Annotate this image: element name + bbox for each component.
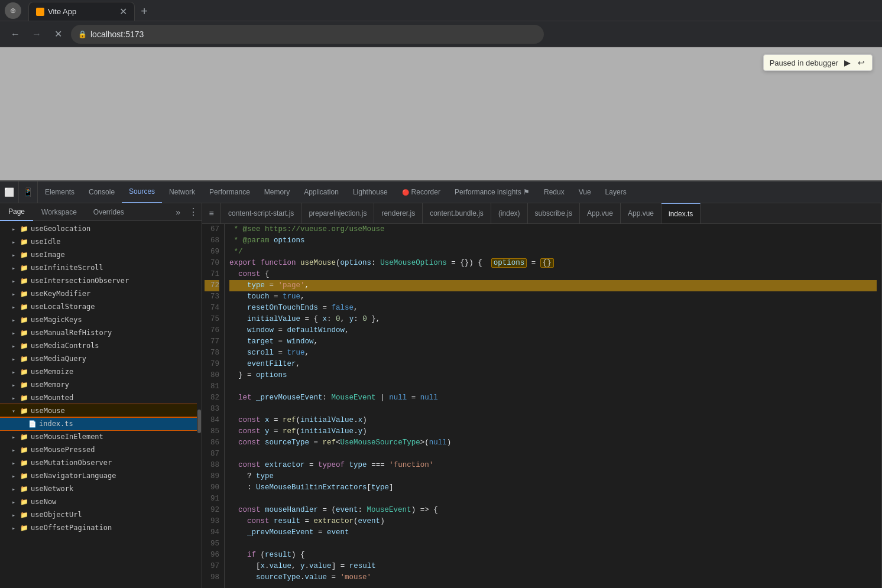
tree-item-useMouseInElement[interactable]: ▸📁useMouseInElement	[0, 430, 197, 443]
devtools-inspector-icon[interactable]: ⬜	[0, 181, 19, 203]
tree-item-useMousePressed[interactable]: ▸📁useMousePressed	[0, 443, 197, 456]
code-line-73: touch = true,	[229, 291, 877, 303]
code-tab-app-vue-2[interactable]: App.vue	[621, 203, 662, 224]
code-line-87	[229, 449, 877, 460]
address-bar[interactable]: 🔒 localhost:5173	[71, 25, 544, 44]
step-button[interactable]: ↩	[857, 58, 866, 67]
sub-tab-workspace[interactable]: Workspace	[33, 203, 85, 221]
tab-network[interactable]: Network	[162, 181, 202, 203]
paused-debugger-badge: Paused in debugger ▶ ↩	[763, 54, 873, 71]
devtools-device-icon[interactable]: 📱	[19, 181, 38, 203]
browser-tab[interactable]: Vite App ✕	[28, 2, 135, 21]
tab-application[interactable]: Application	[297, 181, 346, 203]
tree-item-useNetwork[interactable]: ▸📁useNetwork	[0, 482, 197, 495]
tab-console[interactable]: Console	[82, 181, 122, 203]
code-line-95	[229, 538, 877, 550]
resume-button[interactable]: ▶	[843, 58, 852, 67]
tab-vue[interactable]: Vue	[572, 181, 598, 203]
code-tab-prepareInjection[interactable]: prepareInjection.js	[301, 203, 374, 224]
tree-item-useImage[interactable]: ▸📁useImage	[0, 248, 197, 261]
tree-item-useNow[interactable]: ▸📁useNow	[0, 495, 197, 508]
code-line-74: resetOnTouchEnds = false,	[229, 303, 877, 314]
code-tab-content-bundle[interactable]: content.bundle.js	[423, 203, 491, 224]
code-lines: * @see https://vueuse.org/useMouse * @pa…	[225, 224, 881, 588]
tree-item-useManualRefHistory[interactable]: ▸📁useManualRefHistory	[0, 326, 197, 339]
paused-label: Paused in debugger	[770, 59, 838, 67]
tab-recorder[interactable]: 🔴Recorder	[395, 181, 448, 203]
code-line-68: * @param options	[229, 235, 877, 246]
reload-button[interactable]: ✕	[50, 26, 66, 43]
code-tab-content-script-start[interactable]: content-script-start.js	[221, 203, 301, 224]
tree-item-useMouse[interactable]: ▾📁useMouse	[0, 404, 197, 417]
sub-tab-more[interactable]: »	[171, 203, 185, 221]
code-line-69: */	[229, 246, 877, 258]
devtools-main: Page Workspace Overrides » ⋮ ▸📁useGeoloc…	[0, 203, 882, 588]
tab-layers[interactable]: Layers	[598, 181, 634, 203]
tab-redux[interactable]: Redux	[537, 181, 572, 203]
tree-item-useMutationObserver[interactable]: ▸📁useMutationObserver	[0, 456, 197, 469]
code-line-83	[229, 404, 877, 415]
code-line-71: const {	[229, 269, 877, 280]
file-tree-scrollbar-area: ▸📁useGeolocation ▸📁useIdle ▸📁useImage ▸📁…	[0, 222, 202, 534]
tree-item-useMediaQuery[interactable]: ▸📁useMediaQuery	[0, 352, 197, 365]
tab-lighthouse[interactable]: Lighthouse	[346, 181, 395, 203]
sub-tab-overrides[interactable]: Overrides	[85, 203, 132, 221]
tab-performance[interactable]: Performance	[202, 181, 257, 203]
tree-item-useMagicKeys[interactable]: ▸📁useMagicKeys	[0, 313, 197, 326]
tree-item-useObjectUrl[interactable]: ▸📁useObjectUrl	[0, 508, 197, 521]
address-row: ← → ✕ 🔒 localhost:5173	[0, 21, 882, 47]
tab-sources[interactable]: Sources	[122, 181, 162, 203]
code-tab-sidebar-toggle[interactable]: ≡	[202, 203, 221, 224]
code-tab-index-ts[interactable]: index.ts	[662, 203, 701, 224]
code-area: ≡ content-script-start.js prepareInjecti…	[202, 203, 881, 588]
code-content[interactable]: 67 68 69 70 71 72 73 74 75 76 77 78 79 8…	[202, 224, 881, 588]
tab-favicon	[36, 8, 44, 16]
new-tab-button[interactable]: +	[136, 3, 153, 20]
profile-icon[interactable]: ⊕	[5, 2, 21, 19]
code-tab-subscribe[interactable]: subscribe.js	[528, 203, 580, 224]
tree-item-useMediaControls[interactable]: ▸📁useMediaControls	[0, 339, 197, 352]
forward-button[interactable]: →	[28, 26, 45, 43]
code-line-96: if (result) {	[229, 550, 877, 561]
code-line-77: target = window,	[229, 336, 877, 347]
code-tab-app-vue-1[interactable]: App.vue	[580, 203, 621, 224]
code-line-94: _prevMouseEvent = event	[229, 527, 877, 538]
code-tab-index[interactable]: (index)	[491, 203, 528, 224]
tab-title: Vite App	[48, 7, 116, 16]
tab-close-icon[interactable]: ✕	[119, 6, 127, 17]
sources-sidebar: Page Workspace Overrides » ⋮ ▸📁useGeoloc…	[0, 203, 202, 588]
file-tree: ▸📁useGeolocation ▸📁useIdle ▸📁useImage ▸📁…	[0, 221, 202, 588]
tree-item-useIntersectionObserver[interactable]: ▸📁useIntersectionObserver	[0, 274, 197, 287]
sidebar-scrollbar[interactable]	[197, 222, 202, 534]
page-content: Paused in debugger ▶ ↩	[0, 47, 882, 180]
tree-item-useGeolocation[interactable]: ▸📁useGeolocation	[0, 222, 197, 235]
code-line-84: const x = ref(initialValue.x)	[229, 415, 877, 426]
tree-item-useKeyModifier[interactable]: ▸📁useKeyModifier	[0, 287, 197, 300]
tree-item-useMounted[interactable]: ▸📁useMounted	[0, 391, 197, 404]
code-line-92: const mouseHandler = (event: MouseEvent)…	[229, 505, 877, 516]
tab-performance-insights[interactable]: Performance insights ⚑	[448, 181, 537, 203]
tree-item-useMemoize[interactable]: ▸📁useMemoize	[0, 365, 197, 378]
tabs-bar: ⊕ Vite App ✕ +	[0, 0, 882, 21]
sources-sub-tabs: Page Workspace Overrides » ⋮	[0, 203, 202, 221]
tree-item-useLocalStorage[interactable]: ▸📁useLocalStorage	[0, 300, 197, 313]
code-line-93: const result = extractor(event)	[229, 516, 877, 527]
tab-elements[interactable]: Elements	[38, 181, 82, 203]
code-line-81	[229, 381, 877, 392]
tab-memory[interactable]: Memory	[257, 181, 297, 203]
tree-item-useOffsetPagination[interactable]: ▸📁useOffsetPagination	[0, 521, 197, 534]
back-button[interactable]: ←	[7, 26, 24, 43]
code-line-78: scroll = true,	[229, 347, 877, 359]
code-line-89: ? type	[229, 471, 877, 482]
tree-item-useInfiniteScroll[interactable]: ▸📁useInfiniteScroll	[0, 261, 197, 274]
code-line-79: eventFilter,	[229, 359, 877, 370]
tree-item-useIdle[interactable]: ▸📁useIdle	[0, 235, 197, 248]
code-line-67: * @see https://vueuse.org/useMouse	[229, 224, 877, 235]
tree-item-index-ts[interactable]: 📄index.ts	[0, 417, 197, 430]
sub-tab-page[interactable]: Page	[0, 203, 33, 221]
tree-item-useNavigatorLanguage[interactable]: ▸📁useNavigatorLanguage	[0, 469, 197, 482]
file-tree-content: ▸📁useGeolocation ▸📁useIdle ▸📁useImage ▸📁…	[0, 222, 197, 534]
tree-item-useMemory[interactable]: ▸📁useMemory	[0, 378, 197, 391]
sub-tab-menu-btn[interactable]: ⋮	[185, 203, 202, 221]
code-tab-renderer[interactable]: renderer.js	[374, 203, 423, 224]
